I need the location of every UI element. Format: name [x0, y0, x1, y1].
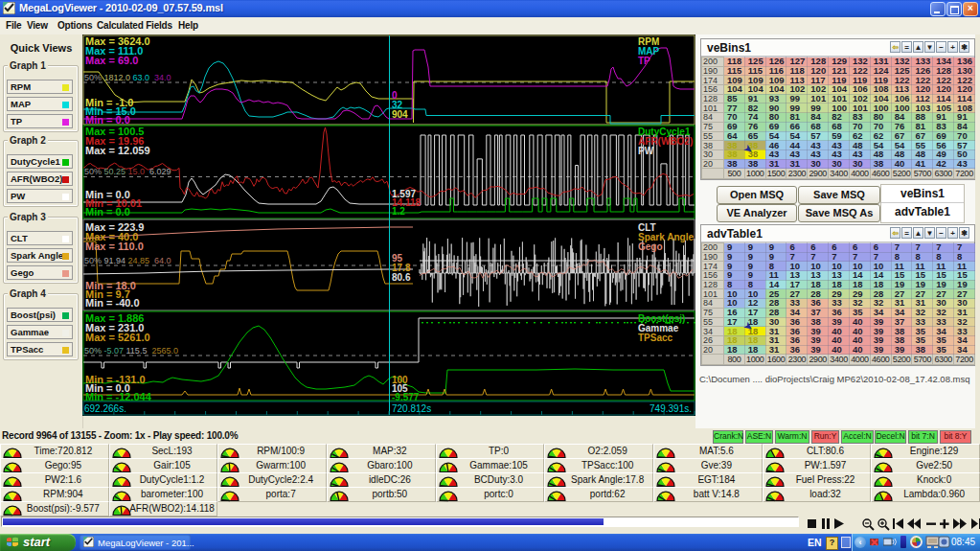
svg-text:Min = -12.044: Min = -12.044 — [85, 391, 152, 402]
svg-text:50% 91.94 24.85 64.0: 50% 91.94 24.85 64.0 — [84, 256, 171, 265]
svg-text:1.2: 1.2 — [392, 206, 405, 217]
svg-text:Max = 69.0: Max = 69.0 — [85, 55, 138, 66]
svg-text:692.266s.: 692.266s. — [84, 403, 126, 414]
svg-text:50% -5.07 115.5 2565.0: 50% -5.07 115.5 2565.0 — [84, 346, 178, 356]
svg-text:749.391s.: 749.391s. — [650, 403, 692, 414]
svg-text:Min = -40.0: Min = -40.0 — [85, 297, 140, 309]
svg-text:80.6: 80.6 — [392, 272, 411, 283]
svg-text:Gego: Gego — [638, 241, 663, 252]
svg-text:50% 1812.0 63.0 34.0: 50% 1812.0 63.0 34.0 — [84, 73, 171, 82]
svg-text:PW: PW — [638, 146, 654, 156]
svg-text:904: 904 — [392, 109, 408, 120]
svg-text:TPSacc: TPSacc — [638, 333, 673, 343]
svg-text:Min = 0.0: Min = 0.0 — [85, 206, 130, 218]
svg-text:720.812s: 720.812s — [392, 403, 431, 414]
svg-text:50% 50.25 15.0 6.029: 50% 50.25 15.0 6.029 — [84, 167, 171, 176]
svg-text:Max = 12.059: Max = 12.059 — [85, 145, 150, 156]
svg-text:Max = 110.0: Max = 110.0 — [85, 241, 144, 252]
svg-text:Max = 5261.0: Max = 5261.0 — [85, 332, 150, 343]
svg-text:Min = 0.0: Min = 0.0 — [85, 114, 130, 126]
svg-text:-9.577: -9.577 — [392, 392, 420, 402]
svg-text:TP: TP — [638, 56, 650, 66]
